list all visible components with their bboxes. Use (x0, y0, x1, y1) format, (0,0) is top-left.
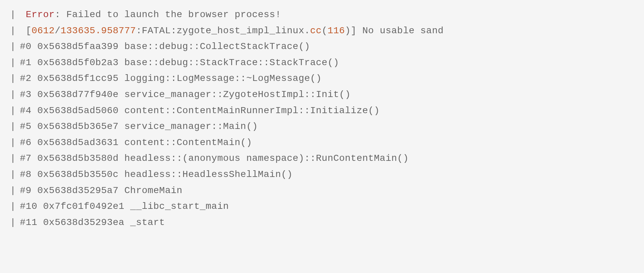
frame-address: 0x5638d5ad3631 (37, 137, 118, 148)
pipe-char: | (10, 121, 16, 132)
stack-frame: |#3 0x5638d77f940e service_manager::Zygo… (10, 87, 634, 103)
frame-index: #2 (20, 73, 32, 84)
stack-frame: |#0 0x5638d5faa399 base::debug::CollectS… (10, 39, 634, 55)
fatal-time: 133635.958777 (60, 26, 136, 36)
frame-address: 0x5638d5faa399 (37, 41, 118, 52)
frame-symbol: headless::(anonymous namespace)::RunCont… (124, 153, 409, 164)
frame-address: 0x5638d5b3550c (37, 169, 118, 180)
fatal-line: | [0612/133635.958777:FATAL:zygote_host_… (10, 23, 634, 39)
pipe-char: | (10, 105, 16, 116)
bracket-open: [ (26, 26, 32, 36)
pipe-char: | (10, 73, 16, 84)
frame-index: #10 (20, 201, 37, 212)
frame-index: #1 (20, 57, 32, 68)
pipe-char: | (10, 201, 16, 212)
fatal-ext: cc (310, 26, 322, 36)
frame-address: 0x5638d77f940e (37, 89, 118, 100)
frame-address: 0x5638d5f0b2a3 (37, 57, 118, 68)
pipe-char: | (10, 9, 16, 20)
stack-frame: |#1 0x5638d5f0b2a3 base::debug::StackTra… (10, 55, 634, 71)
pipe-char: | (10, 41, 16, 52)
frame-index: #5 (20, 121, 32, 132)
error-line: | Error: Failed to launch the browser pr… (10, 7, 634, 23)
frame-symbol: __libc_start_main (130, 201, 229, 212)
error-sep: : (55, 9, 66, 20)
frame-symbol: content::ContentMainRunnerImpl::Initiali… (124, 105, 380, 116)
frame-address: 0x5638d35293ea (43, 217, 124, 228)
pipe-char: | (10, 26, 16, 36)
frame-address: 0x5638d5ad5060 (37, 105, 118, 116)
error-label: Error (26, 9, 55, 20)
fatal-msg: No usable sand (357, 26, 444, 36)
pipe-char: | (10, 169, 16, 180)
stack-frame: |#2 0x5638d5f1cc95 logging::LogMessage::… (10, 71, 634, 87)
frame-address: 0x5638d5b365e7 (37, 121, 118, 132)
frame-index: #11 (20, 217, 37, 228)
frame-index: #6 (20, 137, 32, 148)
fatal-file: zygote_host_impl_linux. (177, 26, 310, 36)
frame-address: 0x5638d5b3580d (37, 153, 118, 164)
stack-trace: |#0 0x5638d5faa399 base::debug::CollectS… (10, 39, 634, 230)
frame-index: #0 (20, 41, 32, 52)
pipe-char: | (10, 153, 16, 164)
paren-open: ( (322, 26, 327, 36)
stack-frame: |#5 0x5638d5b365e7 service_manager::Main… (10, 119, 634, 135)
frame-address: 0x7fc01f0492e1 (43, 201, 124, 212)
frame-symbol: base::debug::CollectStackTrace() (124, 41, 310, 52)
stack-frame: |#4 0x5638d5ad5060 content::ContentMainR… (10, 103, 634, 119)
frame-symbol: _start (130, 217, 165, 228)
frame-symbol: headless::HeadlessShellMain() (124, 169, 293, 180)
frame-index: #4 (20, 105, 32, 116)
fatal-level: :FATAL: (136, 26, 176, 36)
frame-symbol: service_manager::Main() (124, 121, 258, 132)
stack-frame: |#11 0x5638d35293ea _start (10, 215, 634, 231)
frame-symbol: logging::LogMessage::~LogMessage() (124, 73, 322, 84)
stack-frame: |#10 0x7fc01f0492e1 __libc_start_main (10, 198, 634, 215)
pipe-char: | (10, 57, 16, 68)
frame-index: #9 (20, 185, 32, 196)
frame-symbol: content::ContentMain() (124, 137, 252, 148)
pipe-char: | (10, 185, 16, 196)
frame-index: #3 (20, 89, 32, 100)
fatal-linenum: 116 (327, 26, 345, 36)
frame-index: #8 (20, 169, 32, 180)
frame-address: 0x5638d35295a7 (37, 185, 118, 196)
stack-frame: |#7 0x5638d5b3580d headless::(anonymous … (10, 150, 634, 167)
frame-address: 0x5638d5f1cc95 (37, 73, 118, 84)
stack-frame: |#9 0x5638d35295a7 ChromeMain (10, 183, 634, 199)
frame-index: #7 (20, 153, 32, 164)
stack-frame: |#8 0x5638d5b3550c headless::HeadlessShe… (10, 167, 634, 183)
frame-symbol: ChromeMain (124, 185, 182, 196)
frame-symbol: base::debug::StackTrace::StackTrace() (124, 57, 339, 68)
paren-close: )] (345, 26, 357, 36)
error-message: Failed to launch the browser process! (66, 9, 281, 20)
stack-frame: |#6 0x5638d5ad3631 content::ContentMain(… (10, 135, 634, 151)
frame-symbol: service_manager::ZygoteHostImpl::Init() (124, 89, 351, 100)
pipe-char: | (10, 137, 16, 148)
pipe-char: | (10, 89, 16, 100)
slash: / (55, 26, 60, 36)
pipe-char: | (10, 217, 16, 228)
fatal-date: 0612 (32, 26, 55, 36)
